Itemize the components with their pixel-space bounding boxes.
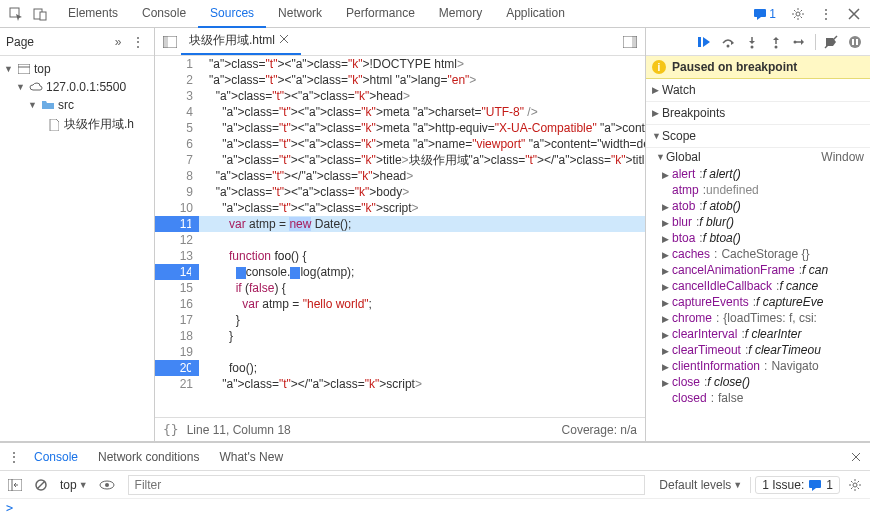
file-icon bbox=[46, 118, 62, 132]
more-menu-icon[interactable] bbox=[814, 2, 838, 26]
navigator-more-icon[interactable] bbox=[108, 32, 128, 52]
tab-elements[interactable]: Elements bbox=[56, 0, 130, 28]
log-levels-selector[interactable]: Default levels ▼ bbox=[655, 478, 746, 492]
code-line: "a">class="t"><"a">class="k">meta "a">ht… bbox=[199, 120, 645, 136]
line-number[interactable]: 9 bbox=[155, 184, 199, 200]
line-number[interactable]: 12 bbox=[155, 232, 199, 248]
console-settings-icon[interactable] bbox=[844, 474, 866, 496]
tree-host[interactable]: ▼ 127.0.0.1:5500 bbox=[0, 78, 154, 96]
inspect-element-icon[interactable] bbox=[4, 2, 28, 26]
line-number[interactable]: 1 bbox=[155, 56, 199, 72]
line-number[interactable]: 16 bbox=[155, 296, 199, 312]
drawer-menu-icon[interactable] bbox=[4, 447, 24, 467]
tree-top[interactable]: ▼ top bbox=[0, 60, 154, 78]
code-line: "a">class="t"></"a">class="k">head> bbox=[199, 168, 645, 184]
scope-variable[interactable]: ▶alert: f alert() bbox=[646, 166, 870, 182]
scope-section[interactable]: ▼Scope bbox=[646, 125, 870, 148]
tree-folder[interactable]: ▼ src bbox=[0, 96, 154, 114]
line-number[interactable]: 2 bbox=[155, 72, 199, 88]
svg-rect-18 bbox=[852, 39, 854, 45]
code-line: var atmp = "hello world"; bbox=[199, 296, 645, 312]
watch-section[interactable]: ▶Watch bbox=[646, 79, 870, 102]
line-number[interactable]: 18 bbox=[155, 328, 199, 344]
line-number[interactable]: 14 bbox=[155, 264, 199, 280]
scope-variable[interactable]: ▶clearTimeout: f clearTimeou bbox=[646, 342, 870, 358]
step-into-icon[interactable] bbox=[741, 31, 763, 53]
scope-variable[interactable]: ▶cancelIdleCallback: f cance bbox=[646, 278, 870, 294]
line-number[interactable]: 21 bbox=[155, 376, 199, 392]
svg-rect-10 bbox=[632, 36, 637, 48]
code-line: var atmp = new Date(); bbox=[199, 216, 645, 232]
svg-rect-26 bbox=[809, 480, 821, 488]
drawer-tab-network-conditions[interactable]: Network conditions bbox=[88, 444, 209, 470]
line-number[interactable]: 4 bbox=[155, 104, 199, 120]
clear-console-icon[interactable] bbox=[30, 474, 52, 496]
scope-variable[interactable]: ▶chrome: {loadTimes: f, csi: bbox=[646, 310, 870, 326]
scope-variable[interactable]: ▶captureEvents: f captureEve bbox=[646, 294, 870, 310]
svg-rect-19 bbox=[856, 39, 858, 45]
tab-network[interactable]: Network bbox=[266, 0, 334, 28]
line-number[interactable]: 11 bbox=[155, 216, 199, 232]
folder-icon bbox=[40, 98, 56, 112]
code-line: console.log(atmp); bbox=[199, 264, 645, 280]
tab-application[interactable]: Application bbox=[494, 0, 577, 28]
deactivate-breakpoints-icon[interactable] bbox=[820, 31, 842, 53]
pretty-print-icon[interactable]: {} bbox=[163, 422, 179, 437]
line-gutter[interactable]: 123456789101112131415161718192021 bbox=[155, 56, 199, 417]
scope-variable[interactable]: ▶btoa: f btoa() bbox=[646, 230, 870, 246]
live-expression-icon[interactable] bbox=[96, 474, 118, 496]
scope-variable[interactable]: atmp: undefined bbox=[646, 182, 870, 198]
scope-global[interactable]: ▼Global Window bbox=[646, 148, 870, 166]
line-number[interactable]: 5 bbox=[155, 120, 199, 136]
console-body[interactable]: > bbox=[0, 499, 870, 521]
context-selector[interactable]: top ▼ bbox=[56, 478, 92, 492]
breakpoints-section[interactable]: ▶Breakpoints bbox=[646, 102, 870, 125]
line-number[interactable]: 13 bbox=[155, 248, 199, 264]
tab-sources[interactable]: Sources bbox=[198, 0, 266, 28]
pause-exceptions-icon[interactable] bbox=[844, 31, 866, 53]
line-number[interactable]: 15 bbox=[155, 280, 199, 296]
scope-variable[interactable]: ▶atob: f atob() bbox=[646, 198, 870, 214]
drawer-tab-console[interactable]: Console bbox=[24, 444, 88, 470]
line-number[interactable]: 10 bbox=[155, 200, 199, 216]
scope-variable[interactable]: ▶clearInterval: f clearInter bbox=[646, 326, 870, 342]
scope-variable[interactable]: ▶close: f close() bbox=[646, 374, 870, 390]
settings-icon[interactable] bbox=[786, 2, 810, 26]
line-number[interactable]: 3 bbox=[155, 88, 199, 104]
scope-variable[interactable]: ▶clientInformation: Navigato bbox=[646, 358, 870, 374]
line-number[interactable]: 19 bbox=[155, 344, 199, 360]
step-icon[interactable] bbox=[789, 31, 811, 53]
toggle-debugger-icon[interactable] bbox=[619, 31, 641, 53]
issues-pill[interactable]: 1 Issue: 1 bbox=[755, 476, 840, 494]
line-number[interactable]: 6 bbox=[155, 136, 199, 152]
scope-variable[interactable]: ▶blur: f blur() bbox=[646, 214, 870, 230]
device-toolbar-icon[interactable] bbox=[28, 2, 52, 26]
resume-icon[interactable] bbox=[693, 31, 715, 53]
line-number[interactable]: 17 bbox=[155, 312, 199, 328]
scope-variable[interactable]: ▶cancelAnimationFrame: f can bbox=[646, 262, 870, 278]
line-number[interactable]: 20 bbox=[155, 360, 199, 376]
tab-performance[interactable]: Performance bbox=[334, 0, 427, 28]
toggle-navigator-icon[interactable] bbox=[159, 31, 181, 53]
tab-console[interactable]: Console bbox=[130, 0, 198, 28]
step-over-icon[interactable] bbox=[717, 31, 739, 53]
line-number[interactable]: 7 bbox=[155, 152, 199, 168]
console-filter-input[interactable] bbox=[128, 475, 646, 495]
console-sidebar-icon[interactable] bbox=[4, 474, 26, 496]
code-line: "a">class="t"><"a">class="k">body> bbox=[199, 184, 645, 200]
scope-variable[interactable]: closed: false bbox=[646, 390, 870, 406]
issues-counter[interactable]: 1 bbox=[747, 7, 782, 21]
close-drawer-icon[interactable] bbox=[846, 447, 866, 467]
svg-line-23 bbox=[37, 481, 45, 489]
code-editor[interactable]: 123456789101112131415161718192021 "a">cl… bbox=[155, 56, 645, 417]
tab-memory[interactable]: Memory bbox=[427, 0, 494, 28]
navigator-menu-icon[interactable] bbox=[128, 32, 148, 52]
close-tab-icon[interactable] bbox=[279, 34, 293, 48]
drawer-tab-whats-new[interactable]: What's New bbox=[209, 444, 293, 470]
scope-variable[interactable]: ▶caches: CacheStorage {} bbox=[646, 246, 870, 262]
close-devtools-icon[interactable] bbox=[842, 2, 866, 26]
tree-file[interactable]: 块级作用域.h bbox=[0, 114, 154, 135]
open-file-tab[interactable]: 块级作用域.html bbox=[181, 28, 301, 55]
line-number[interactable]: 8 bbox=[155, 168, 199, 184]
step-out-icon[interactable] bbox=[765, 31, 787, 53]
